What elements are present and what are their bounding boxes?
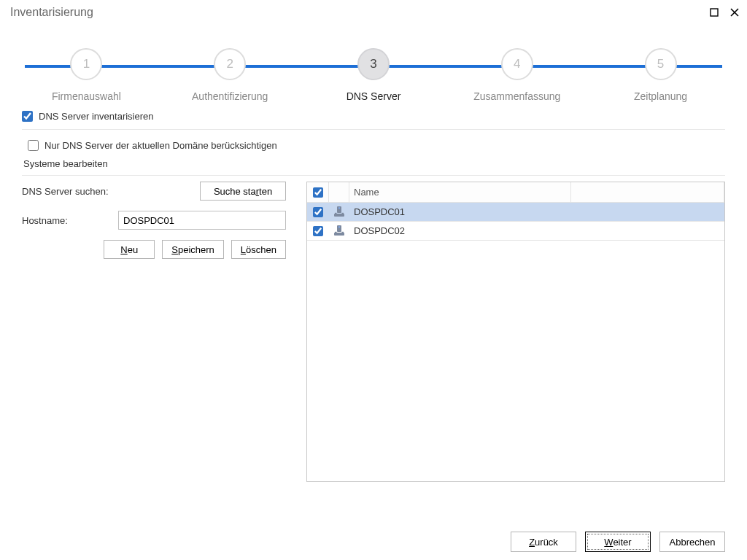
opt-only-current-domain-label: Nur DNS Server der aktuellen Domäne berü…	[44, 140, 277, 151]
cancel-button[interactable]: Abbrechen	[659, 532, 725, 552]
edit-panel: DNS Server suchen: Suche starten Hostnam…	[22, 182, 286, 259]
search-label: DNS Server suchen:	[22, 186, 118, 197]
hostname-label: Hostname:	[22, 215, 118, 226]
step-circle: 4	[501, 48, 533, 80]
grid-header-check[interactable]	[307, 182, 329, 202]
step-label: Authentifizierung	[192, 90, 268, 102]
grid-header-name[interactable]: Name	[349, 182, 571, 202]
wizard-step[interactable]: 2Authentifizierung	[160, 48, 300, 102]
separator	[22, 175, 725, 176]
svg-point-2	[338, 207, 340, 209]
row-checkbox[interactable]	[313, 226, 323, 236]
section-title: Systeme bearbeiten	[22, 155, 725, 176]
step-circle: 1	[70, 48, 102, 80]
server-icon	[333, 206, 345, 218]
table-row[interactable]: DOSPDC02	[307, 222, 724, 241]
step-label: Zusammenfassung	[473, 90, 560, 102]
save-button[interactable]: Speichern	[162, 240, 224, 259]
separator	[22, 129, 725, 130]
grid-header-blank	[571, 182, 724, 202]
close-icon[interactable]	[728, 6, 741, 19]
wizard-step[interactable]: 1Firmenauswahl	[16, 48, 156, 102]
wizard-step[interactable]: 3DNS Server	[303, 48, 444, 102]
step-label: Zeitplanung	[634, 90, 687, 102]
opt-only-current-domain[interactable]: Nur DNS Server der aktuellen Domäne berü…	[22, 136, 725, 155]
server-grid: Name DOSPDC01DOSPDC02	[306, 182, 725, 482]
server-icon	[333, 225, 345, 237]
hostname-input[interactable]	[118, 211, 286, 230]
step-label: DNS Server	[347, 90, 401, 102]
window-title: Inventarisierung	[10, 6, 93, 19]
step-circle: 2	[214, 48, 246, 80]
opt-inventory-dns-label: DNS Server inventarisieren	[39, 111, 154, 122]
svg-rect-10	[342, 231, 344, 232]
step-circle: 5	[645, 48, 677, 80]
step-label: Firmenauswahl	[52, 90, 121, 102]
step-circle: 3	[357, 48, 390, 80]
wizard-step[interactable]: 4Zusammenfassung	[447, 48, 587, 102]
svg-rect-3	[334, 214, 344, 217]
svg-rect-4	[335, 212, 337, 213]
search-start-button[interactable]: Suche starten	[200, 182, 286, 201]
svg-rect-0	[711, 9, 718, 16]
new-button[interactable]: Neu	[104, 240, 155, 259]
wizard-footer: Zurück Weiter Abbrechen	[0, 524, 747, 560]
wizard-step[interactable]: 5Zeitplanung	[591, 48, 731, 102]
svg-rect-9	[335, 231, 337, 232]
next-button[interactable]: Weiter	[585, 532, 651, 552]
svg-point-7	[338, 226, 340, 228]
row-name: DOSPDC01	[349, 203, 571, 221]
back-button[interactable]: Zurück	[511, 532, 576, 552]
grid-header: Name	[307, 182, 724, 203]
titlebar: Inventarisierung	[0, 0, 747, 25]
opt-inventory-dns[interactable]: DNS Server inventarisieren	[22, 106, 725, 126]
opt-only-current-domain-checkbox[interactable]	[28, 140, 39, 151]
wizard-stepper: 1Firmenauswahl2Authentifizierung3DNS Ser…	[0, 25, 747, 101]
maximize-icon[interactable]	[708, 6, 721, 19]
delete-button[interactable]: Löschen	[231, 240, 286, 259]
table-row[interactable]: DOSPDC01	[307, 203, 724, 222]
row-checkbox[interactable]	[313, 207, 323, 217]
opt-inventory-dns-checkbox[interactable]	[22, 111, 33, 122]
svg-rect-8	[334, 233, 344, 236]
row-name: DOSPDC02	[349, 222, 571, 240]
svg-rect-5	[342, 212, 344, 213]
grid-header-icon	[329, 182, 349, 202]
